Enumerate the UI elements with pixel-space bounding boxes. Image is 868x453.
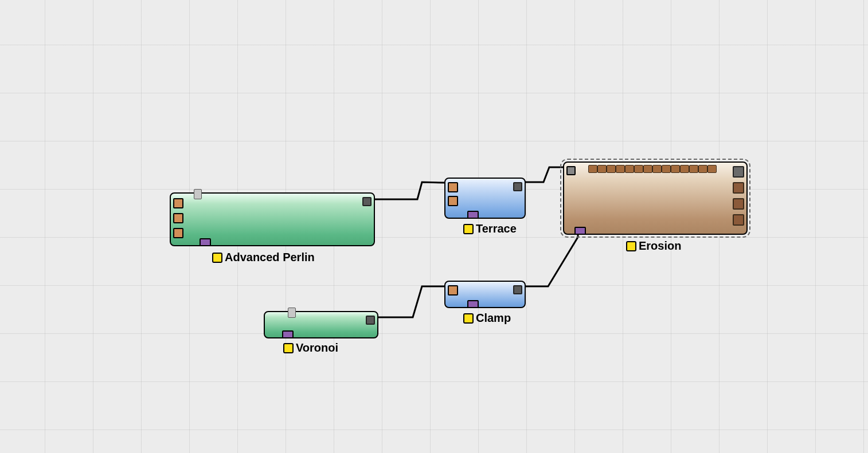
param-port-icon[interactable] (597, 165, 607, 173)
output-port-icon[interactable] (366, 316, 375, 325)
param-port-icon[interactable] (634, 165, 643, 173)
node-label-terrace: Terrace (463, 222, 517, 235)
node-label-clamp: Clamp (463, 312, 511, 325)
output-port-icon[interactable] (733, 182, 744, 194)
input-port-icon[interactable] (448, 182, 458, 192)
status-indicator-icon (463, 224, 474, 234)
mask-port-icon[interactable] (467, 300, 479, 308)
param-port-icon[interactable] (680, 165, 689, 173)
status-indicator-icon (626, 241, 636, 251)
node-title: Voronoi (296, 341, 338, 354)
output-port-icon[interactable] (362, 197, 372, 206)
node-title: Terrace (476, 222, 517, 235)
node-label-erosion: Erosion (626, 239, 681, 253)
param-port-icon[interactable] (707, 165, 717, 173)
mask-port-icon[interactable] (282, 330, 294, 338)
output-port-icon[interactable] (733, 198, 744, 210)
node-terrace[interactable] (444, 178, 526, 219)
input-port-icon[interactable] (566, 166, 576, 175)
mask-port-icon[interactable] (574, 227, 586, 235)
param-port-icon[interactable] (698, 165, 707, 173)
param-port-icon[interactable] (652, 165, 662, 173)
node-tab-icon (194, 189, 202, 199)
node-clamp[interactable] (444, 281, 526, 308)
param-port-icon[interactable] (625, 165, 634, 173)
status-indicator-icon (463, 313, 474, 324)
output-port-icon[interactable] (733, 166, 744, 178)
node-title: Advanced Perlin (225, 251, 315, 264)
param-port-icon[interactable] (662, 165, 671, 173)
node-advanced-perlin[interactable] (170, 192, 375, 246)
param-port-icon[interactable] (607, 165, 616, 173)
param-port-icon[interactable] (689, 165, 698, 173)
param-port-icon[interactable] (588, 165, 597, 173)
input-port-icon[interactable] (173, 228, 183, 238)
input-port-icon[interactable] (173, 198, 183, 208)
node-title: Erosion (639, 239, 681, 253)
input-port-icon[interactable] (173, 213, 183, 223)
param-port-icon[interactable] (643, 165, 652, 173)
node-label-advanced-perlin: Advanced Perlin (212, 251, 315, 264)
status-indicator-icon (212, 253, 222, 263)
output-port-icon[interactable] (733, 214, 744, 226)
mask-port-icon[interactable] (200, 238, 211, 246)
node-label-voronoi: Voronoi (283, 341, 338, 354)
node-voronoi[interactable] (264, 311, 378, 338)
output-port-icon[interactable] (513, 285, 522, 294)
input-port-icon[interactable] (448, 285, 458, 296)
input-port-icon[interactable] (448, 196, 458, 206)
node-editor-canvas[interactable]: Advanced Perlin Voronoi Terrace Clamp (0, 0, 868, 453)
output-port-icon[interactable] (513, 182, 522, 191)
mask-port-icon[interactable] (467, 211, 479, 219)
node-title: Clamp (476, 312, 511, 325)
param-port-icon[interactable] (616, 165, 625, 173)
status-indicator-icon (283, 343, 294, 353)
node-erosion[interactable] (563, 161, 748, 235)
param-port-icon[interactable] (671, 165, 680, 173)
node-tab-icon (288, 308, 296, 318)
